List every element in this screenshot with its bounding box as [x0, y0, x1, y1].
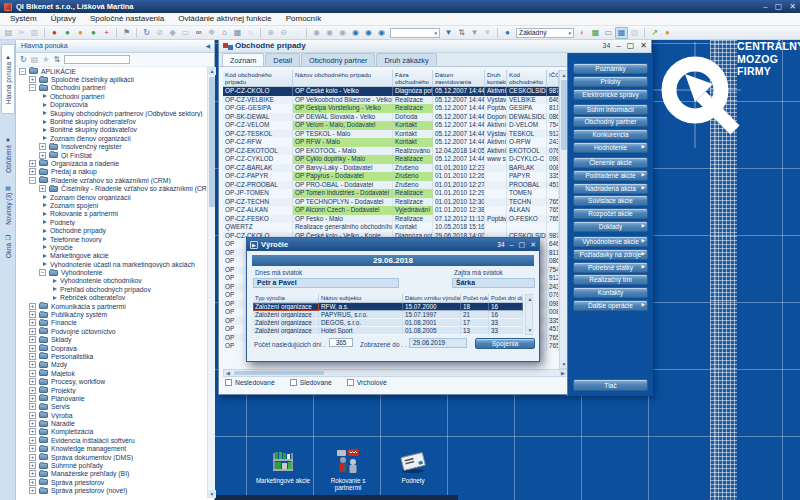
tree-item-kompletizacia[interactable]: +Kompletizácia	[16, 428, 207, 436]
refresh-icon[interactable]: ↻	[140, 27, 153, 39]
expand-toggle-icon[interactable]: +	[29, 395, 36, 402]
column-header-kod-obchodneho-pripadu[interactable]: Kód obchodného prípadu	[223, 70, 293, 87]
column-header-datum-vzniku-vyrocia[interactable]: Dátum vzniku výročia	[403, 294, 461, 303]
minimize-icon[interactable]: –	[510, 239, 514, 250]
panel-button-rozpocet-akcie[interactable]: Rozpočet akcie	[573, 208, 648, 219]
tree-favorite-icon[interactable]: ★	[42, 55, 49, 65]
window-titlebar[interactable]: Obchodné prípady 34 –▢✕	[219, 38, 651, 53]
side-tab-okna[interactable]: ❒Okná	[1, 232, 15, 262]
tree-item-procesy-workflow[interactable]: +Procesy, workflow	[16, 377, 207, 385]
tree-item-sprava-priestorov-nove[interactable]: +Správa priestorov (nové!)	[16, 487, 207, 495]
panel-button-hodnotenie[interactable]: Hodnotenie▶	[573, 142, 648, 153]
expand-toggle-icon[interactable]: +	[29, 160, 36, 167]
tree-item-manazerske-prehlady-bi[interactable]: +Manažérske prehľady (BI)	[16, 470, 207, 478]
tree-item-vyhodnotenie-obchodnikov[interactable]: Vyhodnotenie obchodníkov	[16, 277, 207, 285]
tree-sort-icon[interactable]: ⇅	[53, 55, 60, 65]
web-icon[interactable]: ◐	[576, 27, 589, 39]
column-header-nazov-obchodneho-pripadu[interactable]: Názov obchodného prípadu	[293, 70, 393, 87]
tree-item-ciselniky-riadenie-vztahov-so-zakaznikmi-crm[interactable]: +Číselníky - Riadenie vzťahov so zákazní…	[16, 184, 207, 192]
tree-item-bonitne-skupiny-dodavatelov[interactable]: Bonitné skupiny dodávateľov	[16, 126, 207, 134]
expand-toggle-icon[interactable]: +	[29, 361, 36, 368]
panel-button-obchodny-partner[interactable]: Obchodný partner	[573, 116, 648, 127]
tree-item-mzdy[interactable]: +Mzdy	[16, 361, 207, 369]
copy-icon[interactable]: ▥	[28, 27, 41, 39]
tree-item-obchodne-pripady[interactable]: Obchodné prípady	[16, 226, 207, 234]
expand-toggle-icon[interactable]: +	[29, 303, 36, 310]
panel-button-potrebne-statky[interactable]: Potrebné statky▶	[573, 262, 648, 273]
tree-item-obchodni-partneri[interactable]: –Obchodní partneri	[16, 84, 207, 92]
tree-item-knowledge-management[interactable]: +Knowledge management	[16, 445, 207, 453]
table-row[interactable]: OP-CZ-ALKANOP Alconn Czech - DodavatelVy…	[223, 206, 559, 215]
record-ok-icon[interactable]: ●	[87, 27, 100, 39]
table-row[interactable]: OP-CZ-RFWOP RFW - MaloKontakt05.12.2007 …	[223, 138, 559, 147]
expand-toggle-icon[interactable]: +	[29, 470, 36, 477]
expand-toggle-icon[interactable]: +	[39, 185, 46, 192]
paste-icon[interactable]: ▤	[2, 27, 15, 39]
filter-icon[interactable]: ▼	[442, 27, 455, 39]
checkbox-box[interactable]	[290, 379, 297, 386]
tree-item-vyrocie[interactable]: Výročie	[16, 243, 207, 251]
menu-system[interactable]: Systém	[3, 13, 44, 25]
table-row[interactable]: Založení organizaceHotel Sport01.08.2005…	[253, 327, 523, 335]
expand-toggle-icon[interactable]: +	[29, 428, 36, 435]
column-header-druh-kontaktu[interactable]: Druh kontaktu	[485, 70, 507, 87]
zoom-reset-icon[interactable]: ◌	[290, 27, 303, 39]
table-row[interactable]: Založení organizaceRFW, a.s.15.07.200018…	[253, 303, 523, 311]
tree-item-sklady[interactable]: +Sklady	[16, 336, 207, 344]
side-tab-hlavna-ponuka[interactable]: ▲Hlavná ponuka	[1, 44, 15, 114]
chevron-down-icon[interactable]: ▾	[434, 30, 437, 36]
tree-item-insolvencny-register[interactable]: +Insolvenčný register	[16, 143, 207, 151]
column-header-ico[interactable]: IČO	[547, 70, 559, 87]
panel-button-dalsie-operacie[interactable]: Ďalšie operácie▶	[573, 300, 648, 311]
tree-layers-icon[interactable]: ▤	[31, 55, 39, 65]
grab-icon[interactable]: ❖	[205, 27, 218, 39]
checkbox-nesledovane[interactable]: Nesledované	[225, 379, 275, 386]
expand-toggle-icon[interactable]: –	[39, 269, 46, 276]
table-hscrollbar[interactable]: ◀ ▶	[223, 369, 568, 377]
tree-item-sprava-priestorov[interactable]: +Správa priestorov	[16, 478, 207, 486]
desktop-icon-podnety[interactable]: Podnety	[382, 444, 444, 484]
tree-item-zoznam-spojeni[interactable]: Zoznam spojení	[16, 201, 207, 209]
tree-item-obchodni-partneri[interactable]: Obchodní partneri	[16, 92, 207, 100]
table-body[interactable]: Založení organizaceRFW, a.s.15.07.200018…	[253, 303, 523, 335]
panel-button-realizacny-tim[interactable]: Realizačný tím	[573, 274, 648, 285]
expand-toggle-icon[interactable]: +	[29, 403, 36, 410]
expand-toggle-icon[interactable]: +	[29, 319, 36, 326]
side-tab-novinky-3[interactable]: ▤Novinky (3)	[1, 182, 15, 228]
tree-item-aplikacie[interactable]: –APLIKÁCIE	[16, 67, 207, 75]
table-header[interactable]: Kód obchodného prípaduNázov obchodného p…	[223, 70, 559, 87]
cut-icon[interactable]: ✂	[15, 27, 28, 39]
expand-toggle-icon[interactable]: +	[29, 420, 36, 427]
table-row[interactable]: OP-CZ-BARLAKOP Barvy-Laky - DodavatelZru…	[223, 164, 559, 173]
tree-item-dopravcovia[interactable]: Dopravcovia	[16, 101, 207, 109]
count-records-icon[interactable]: ◉	[375, 27, 388, 39]
pin-icon[interactable]: ◀	[205, 43, 210, 49]
home-export-icon[interactable]: ⌂	[218, 27, 231, 39]
tree-item-publikacny-system[interactable]: +Publikačný systém	[16, 310, 207, 318]
close-icon[interactable]: ✕	[530, 239, 536, 250]
tree-item-vyhodnotenie-ucasti-na-marketingovych-akciach[interactable]: Vyhodnotenie účasti na marketingových ak…	[16, 260, 207, 268]
expand-toggle-icon[interactable]: +	[29, 168, 36, 175]
expand-toggle-icon[interactable]: +	[39, 143, 46, 150]
scroll-down-icon[interactable]: ▼	[526, 326, 534, 334]
menu-pomocnik[interactable]: Pomocník	[279, 13, 329, 25]
desktop-icon-marketing[interactable]: Marketingové akcie	[252, 444, 314, 484]
expand-toggle-icon[interactable]: +	[29, 336, 36, 343]
expand-toggle-icon[interactable]: +	[29, 487, 36, 494]
goto-record-icon[interactable]: ◉	[362, 27, 375, 39]
panel-button-prilohy[interactable]: Prílohy	[573, 76, 648, 87]
table-row[interactable]: OP-SK-DEWALOP DEWAL Slovakia - VelkoDoho…	[223, 113, 559, 122]
tree-item-podvojne-uctovnictvo[interactable]: +Podvojné účtovníctvo	[16, 327, 207, 335]
tab-zoznam[interactable]: Zoznam	[222, 53, 264, 66]
last-record-icon[interactable]: ◉	[349, 27, 362, 39]
profile-combo[interactable]: Základný▾	[516, 28, 574, 38]
tree-item-bonitne-skupiny-odberatelov[interactable]: Bonitné skupiny odberateľov	[16, 117, 207, 125]
expand-toggle-icon[interactable]: –	[29, 177, 36, 184]
tree-item-skupiny-obchodnych-partnerov-odbytove-sektory[interactable]: Skupiny obchodných partnerov (Odbytové s…	[16, 109, 207, 117]
print-icon[interactable]: ▦	[231, 27, 244, 39]
tree-item-zoznam-clenov-organizacii[interactable]: Zoznam členov organizácií	[16, 134, 207, 142]
tree-scrollbar[interactable]: ▲ ▼	[207, 67, 215, 498]
panel-button-podriadene-akcie[interactable]: Podriadené akcie▶	[573, 170, 648, 181]
expand-toggle-icon[interactable]: +	[29, 378, 36, 385]
scroll-right-icon[interactable]: ▶	[559, 370, 567, 376]
